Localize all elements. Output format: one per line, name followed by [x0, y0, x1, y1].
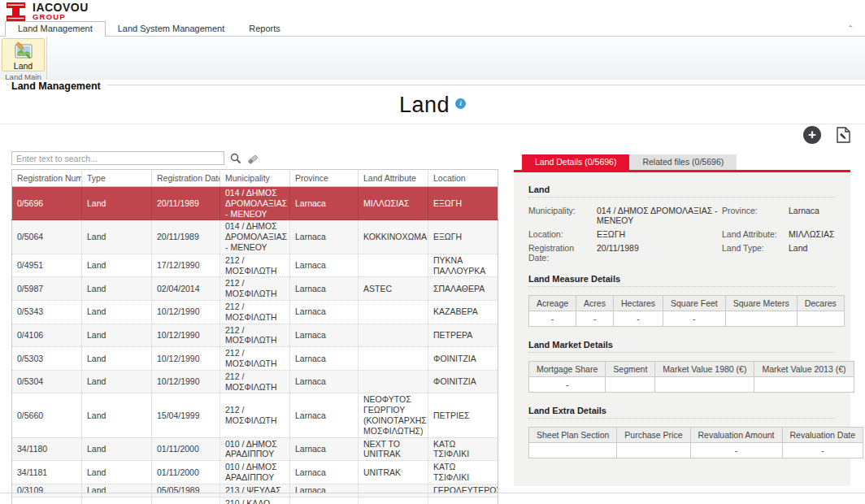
table-cell: Land — [82, 187, 152, 220]
table-cell: 0/5660 — [12, 393, 82, 437]
search-input[interactable] — [11, 151, 224, 165]
table-cell: ΕΞΩΓΗ — [428, 220, 498, 254]
table-cell: Larnaca — [290, 300, 359, 324]
column-header-type[interactable]: Type — [82, 170, 152, 187]
land-edit-icon — [13, 41, 34, 61]
mini-value-cell — [617, 443, 690, 458]
table-row[interactable]: 0/5303Land10/12/1990212 / ΜΟΣΦΙΛΩΤΗLarna… — [12, 347, 498, 371]
table-row[interactable]: 0/10891Land02/07/2001210 / ΚΑΛΟ ΧΩΡΙΟLar… — [12, 497, 498, 504]
field-label-land-attribute: Land Attribute: — [722, 229, 785, 239]
table-cell: 20/11/1989 — [152, 187, 220, 220]
table-cell: 17/12/1990 — [152, 254, 220, 277]
field-value-land-type: Land — [789, 243, 836, 253]
table-row[interactable]: 0/5987Land02/04/2014212 / ΜΟΣΦΙΛΩΤΗLarna… — [12, 277, 498, 301]
detail-tabs: Land Details (0/5696)Related files (0/56… — [514, 154, 850, 170]
table-cell — [359, 497, 428, 504]
detail-tab-land-details-0-5696[interactable]: Land Details (0/5696) — [522, 154, 629, 170]
table-cell: 05/05/1989 — [152, 484, 220, 497]
table-cell: Larnaca — [290, 277, 359, 301]
column-header-registration-date[interactable]: Registration Date — [152, 170, 220, 187]
table-cell: 01/11/2000 — [152, 437, 220, 461]
table-row[interactable]: 0/4951Land17/12/1990212 / ΜΟΣΦΙΛΩΤΗLarna… — [12, 254, 498, 277]
search-icon[interactable] — [230, 153, 241, 164]
mini-column-market-value-1980: Market Value 1980 (€) — [655, 362, 754, 377]
table-cell: 10/12/1990 — [152, 324, 220, 347]
mini-column-square-meters: Square Meters — [725, 296, 797, 311]
table-cell: 0/5696 — [12, 187, 82, 220]
table-cell: Land — [82, 254, 152, 277]
field-value-municipality: 014 / ΔΗΜΟΣ ΔΡΟΜΟΛΑΞΙΑΣ - ΜΕΝΕΟΥ — [597, 206, 719, 225]
field-label-province: Province: — [722, 206, 785, 215]
add-land-button[interactable]: + — [803, 126, 821, 144]
table-cell: ΣΤΡΟΓΓΥΛΙΑ — [428, 497, 498, 504]
column-header-registration-number[interactable]: Registration Number — [12, 170, 82, 187]
table-cell: 10/12/1990 — [152, 370, 220, 393]
detail-tab-related-files-0-5696[interactable]: Related files (0/5696) — [629, 154, 737, 170]
mini-value-cell: - — [529, 377, 606, 393]
table-row[interactable]: 0/4106Land10/12/1990212 / ΜΟΣΦΙΛΩΤΗLarna… — [12, 324, 498, 347]
table-cell: Larnaca — [290, 324, 359, 347]
menu-tab-land-management[interactable]: Land Management — [5, 21, 106, 37]
column-header-location[interactable]: Location — [428, 170, 498, 187]
land-ribbon-button[interactable]: Land — [2, 38, 45, 72]
table-row[interactable]: 0/5304Land10/12/1990212 / ΜΟΣΦΙΛΩΤΗLarna… — [12, 370, 498, 393]
mini-value-cell: - — [576, 311, 614, 327]
info-icon[interactable]: i — [455, 98, 466, 109]
table-row[interactable]: 0/5660Land15/04/1999212 / ΜΟΣΦΙΛΩΤΗLarna… — [12, 393, 498, 437]
ribbon-group-land-main: Land Land Main — [0, 37, 47, 80]
column-header-land-attribute[interactable]: Land Attribute — [359, 170, 428, 187]
table-cell — [359, 484, 428, 497]
table-cell: 014 / ΔΗΜΟΣ ΔΡΟΜΟΛΑΞΙΑΣ - ΜΕΝΕΟΥ — [220, 187, 290, 220]
mini-value-cell — [797, 311, 844, 327]
table-row[interactable]: 34/1181Land01/11/2000010 / ΔΗΜΟΣ ΑΡΑΔΙΠΠ… — [12, 461, 498, 484]
table-cell: Larnaca — [290, 497, 359, 504]
mini-value-cell: - — [613, 311, 663, 327]
table-cell: 014 / ΔΗΜΟΣ ΔΡΟΜΟΛΑΞΙΑΣ - ΜΕΝΕΟΥ — [220, 220, 290, 254]
table-cell: Larnaca — [290, 370, 359, 393]
section-title-measure: Land Measure Details — [528, 274, 836, 284]
mini-value-cell — [725, 311, 797, 327]
table-row[interactable]: 0/5064Land20/11/1989014 / ΔΗΜΟΣ ΔΡΟΜΟΛΑΞ… — [12, 220, 498, 254]
table-cell: 34/1180 — [12, 437, 82, 461]
menu-tab-reports[interactable]: Reports — [237, 22, 293, 36]
edit-document-icon[interactable] — [835, 126, 852, 144]
table-cell: ΕΞΩΓΗ — [428, 187, 498, 220]
app-header: IACOVOU GROUP — [0, 0, 865, 23]
table-cell: 0/4951 — [12, 254, 82, 277]
table-cell: 212 / ΜΟΣΦΙΛΩΤΗ — [220, 277, 290, 301]
mini-value-row: ---- — [529, 311, 845, 327]
iacovou-logo-icon — [7, 2, 25, 21]
table-cell — [359, 347, 428, 371]
table-cell: 0/4106 — [12, 324, 82, 347]
table-cell: Larnaca — [290, 393, 359, 437]
field-label-location: Location: — [528, 229, 593, 239]
table-cell: 10/12/1990 — [152, 300, 220, 324]
menu-tabs: Land ManagementLand System ManagementRep… — [0, 23, 865, 36]
table-cell: ΣΠΑΛΑΘΕΡΑ — [428, 277, 498, 301]
clear-search-eraser-icon[interactable] — [247, 153, 259, 164]
mini-value-cell: - — [690, 443, 782, 458]
field-value-registration-date: 20/11/1989 — [597, 243, 719, 253]
table-cell: ΠΥΚΝΑ ΠΑΛΛΟΥΡΚΑ — [428, 254, 498, 277]
table-cell: Larnaca — [290, 187, 359, 220]
menu-tab-land-system-management[interactable]: Land System Management — [106, 22, 237, 36]
table-row[interactable]: 0/3109Land05/05/1989213 / ΨΕΥΔΑΣLarnacaΓ… — [12, 484, 498, 497]
mini-column-acreage: Acreage — [529, 296, 576, 311]
table-cell: 212 / ΜΟΣΦΙΛΩΤΗ — [220, 370, 290, 393]
ribbon-collapse-icon[interactable]: ⌃ — [847, 24, 854, 33]
table-cell: Land — [82, 437, 152, 461]
table-row[interactable]: 0/5696Land20/11/1989014 / ΔΗΜΟΣ ΔΡΟΜΟΛΑΞ… — [12, 187, 498, 220]
table-cell: 010 / ΔΗΜΟΣ ΑΡΑΔΙΠΠΟΥ — [220, 461, 290, 484]
column-header-province[interactable]: Province — [290, 170, 359, 187]
table-cell: ΠΕΤΡΕΡΑ — [428, 324, 498, 347]
column-header-municipality[interactable]: Municipality — [220, 170, 290, 187]
table-cell: ΦΟΙΝΙΤΖΙΑ — [428, 347, 498, 371]
table-cell: Larnaca — [290, 437, 359, 461]
mini-column-market-value-2013: Market Value 2013 (€) — [754, 362, 854, 377]
table-cell: Larnaca — [290, 484, 359, 497]
mini-value-cell: - — [782, 443, 863, 458]
table-cell: Larnaca — [290, 347, 359, 371]
table-row[interactable]: 0/5343Land10/12/1990212 / ΜΟΣΦΙΛΩΤΗLarna… — [12, 300, 498, 324]
section-title-extra: Land Extra Details — [528, 406, 836, 415]
table-row[interactable]: 34/1180Land01/11/2000010 / ΔΗΜΟΣ ΑΡΑΔΙΠΠ… — [12, 437, 498, 461]
